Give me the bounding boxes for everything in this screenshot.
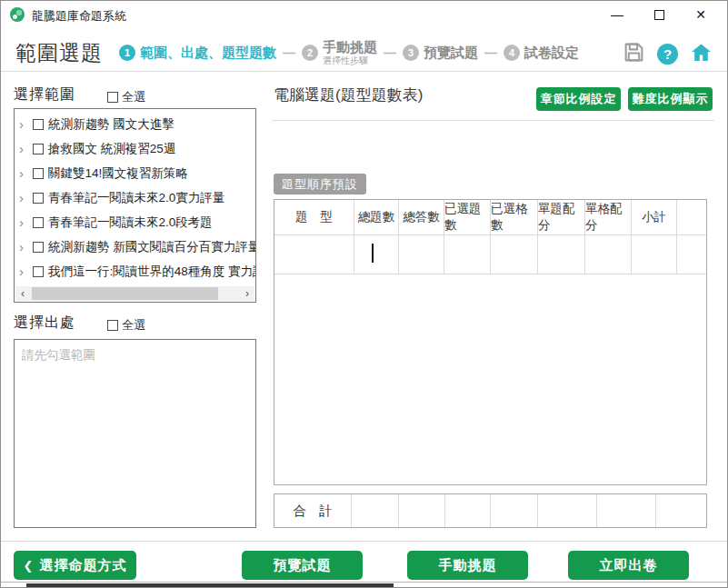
- step-4-label: 試卷設定: [524, 45, 579, 62]
- step-1-number: 1: [119, 45, 135, 61]
- table-row: [274, 235, 706, 274]
- total-cell: [656, 494, 706, 527]
- question-type-table: 題 型 總題數 總答數 已選題數 已選格數 單題配分 單格配分 小計: [274, 199, 707, 485]
- total-cell: [538, 494, 597, 527]
- cell-type[interactable]: [274, 235, 354, 274]
- range-select-all-checkbox[interactable]: [107, 92, 118, 103]
- range-tree-item[interactable]: › 關鍵雙14!國文複習新策略: [15, 161, 255, 185]
- step-4-number: 4: [504, 45, 520, 61]
- item-checkbox[interactable]: [33, 217, 44, 228]
- cell-total-questions[interactable]: [354, 235, 399, 274]
- cell-selected-questions[interactable]: [444, 235, 491, 274]
- total-cell: [597, 494, 656, 527]
- step-connector: —: [283, 45, 295, 60]
- range-tree-item[interactable]: › 統測新趨勢 新國文閱讀百分百實力評量: [15, 234, 255, 259]
- title-bar: 龍騰題庫命題系統 — ✕: [1, 1, 727, 28]
- step-4-settings[interactable]: 4 試卷設定: [504, 45, 579, 62]
- close-icon[interactable]: ✕: [680, 1, 722, 28]
- item-checkbox[interactable]: [33, 242, 44, 253]
- step-3-label: 預覽試題: [424, 45, 478, 62]
- expand-chevron-icon[interactable]: ›: [19, 142, 28, 155]
- scroll-left-icon[interactable]: ‹: [15, 286, 30, 301]
- text-cursor: [372, 244, 374, 263]
- step-connector: —: [484, 45, 497, 60]
- save-icon[interactable]: [623, 41, 645, 67]
- range-tree-item[interactable]: › 搶救國文 統測複習25週: [15, 136, 255, 161]
- window-bottom-edge: [1, 582, 727, 583]
- col-header-total-questions: 總題數: [354, 200, 399, 235]
- expand-chevron-icon[interactable]: ›: [19, 264, 28, 278]
- horizontal-scrollbar[interactable]: ‹ ›: [15, 286, 254, 301]
- manual-pick-button[interactable]: 手動挑題: [407, 551, 528, 580]
- window-controls: — ✕: [596, 1, 722, 28]
- item-checkbox[interactable]: [33, 193, 44, 204]
- back-to-method-button[interactable]: ❮ 選擇命題方式: [14, 551, 136, 580]
- back-button-label: 選擇命題方式: [39, 557, 126, 574]
- range-section-title: 選擇範圍: [14, 85, 75, 105]
- step-connector: —: [384, 45, 396, 60]
- item-checkbox[interactable]: [33, 144, 44, 154]
- preview-questions-button[interactable]: 預覽試題: [242, 551, 363, 580]
- cell-selected-blanks[interactable]: [491, 235, 538, 274]
- cell-points-per-question[interactable]: [538, 235, 585, 274]
- back-chevron-icon: ❮: [24, 559, 35, 573]
- cell-points-per-blank[interactable]: [585, 235, 632, 274]
- maximize-icon[interactable]: [638, 1, 680, 28]
- step-1-range[interactable]: 1 範圍、出處、題型題數: [119, 45, 276, 62]
- step-2-label: 手動挑題: [323, 40, 377, 55]
- source-select-all-label: 全選: [122, 317, 145, 334]
- app-logo-icon: [10, 7, 25, 22]
- range-tree-item[interactable]: › 我們這一行:閱讀世界的48種角度 實力評量: [15, 259, 255, 284]
- source-section-title: 選擇出處: [14, 314, 75, 333]
- expand-chevron-icon[interactable]: ›: [19, 166, 28, 180]
- source-select-all[interactable]: 全選: [107, 317, 145, 334]
- step-2-sublabel: 選擇性步驟: [323, 55, 377, 65]
- app-logo-highlight: [13, 15, 17, 19]
- total-cell: [491, 494, 538, 527]
- col-header-type: 題 型: [274, 200, 354, 235]
- range-tree-item[interactable]: › 統測新趨勢 國文大進擊: [15, 112, 255, 136]
- expand-chevron-icon[interactable]: ›: [19, 215, 28, 229]
- total-cell: [352, 494, 399, 527]
- home-icon[interactable]: [690, 42, 713, 67]
- panel-divider: [272, 120, 714, 121]
- chapter-ratio-button[interactable]: 章節比例設定: [536, 87, 621, 111]
- range-select-all[interactable]: 全選: [107, 89, 145, 105]
- cell-subtotal[interactable]: [632, 235, 677, 274]
- difficulty-ratio-button[interactable]: 難度比例顯示: [628, 87, 713, 111]
- scroll-right-icon[interactable]: ›: [240, 286, 254, 301]
- step-2-manual-pick[interactable]: 2 手動挑題 選擇性步驟: [302, 40, 377, 65]
- source-select-all-checkbox[interactable]: [107, 320, 118, 331]
- total-cell: [445, 494, 491, 527]
- range-tree: › 統測新趨勢 國文大進擊 › 搶救國文 統測複習25週 › 關鍵雙14!國文複…: [14, 108, 256, 303]
- expand-chevron-icon[interactable]: ›: [19, 117, 28, 131]
- generate-paper-button[interactable]: 立即出卷: [568, 551, 689, 580]
- cell-total-answers[interactable]: [399, 235, 444, 274]
- item-checkbox[interactable]: [33, 266, 44, 277]
- step-3-preview[interactable]: 3 預覽試題: [403, 45, 478, 62]
- step-indicator: 1 範圍、出處、題型題數 — 2 手動挑題 選擇性步驟 — 3 預覽試題 — 4…: [119, 34, 579, 72]
- scrollbar-thumb[interactable]: [32, 287, 218, 300]
- table-header-row: 題 型 總題數 總答數 已選題數 已選格數 單題配分 單格配分 小計: [274, 200, 706, 235]
- app-window: 龍騰題庫命題系統 — ✕ 範圍選題 1 範圍、出處、題型題數 — 2 手動挑題 …: [0, 0, 728, 588]
- step-2-number: 2: [302, 45, 318, 61]
- col-header-selected-questions: 已選題數: [444, 200, 491, 235]
- cell-extra[interactable]: [677, 235, 706, 274]
- type-order-chip[interactable]: 題型順序預設: [274, 174, 366, 194]
- panel-title: 電腦選題(題型題數表): [274, 85, 423, 105]
- range-tree-item[interactable]: › 青春筆記一閱讀未來2.0段考題: [15, 210, 255, 234]
- footer-divider: [1, 541, 727, 542]
- total-label: 合 計: [274, 494, 352, 527]
- step-3-number: 3: [403, 45, 419, 61]
- help-icon[interactable]: ?: [657, 44, 678, 65]
- window-title: 龍騰題庫命題系統: [32, 8, 126, 25]
- item-checkbox[interactable]: [33, 168, 44, 179]
- wizard-header: 範圍選題 1 範圍、出處、題型題數 — 2 手動挑題 選擇性步驟 — 3 預覽試…: [1, 28, 727, 72]
- expand-chevron-icon[interactable]: ›: [19, 240, 28, 254]
- taskbar-fragment: [26, 583, 394, 588]
- total-cell: [399, 494, 445, 527]
- item-checkbox[interactable]: [33, 119, 44, 130]
- minimize-icon[interactable]: —: [596, 1, 638, 28]
- range-tree-item[interactable]: › 青春筆記一閱讀未來2.0實力評量: [15, 185, 255, 210]
- expand-chevron-icon[interactable]: ›: [19, 191, 28, 204]
